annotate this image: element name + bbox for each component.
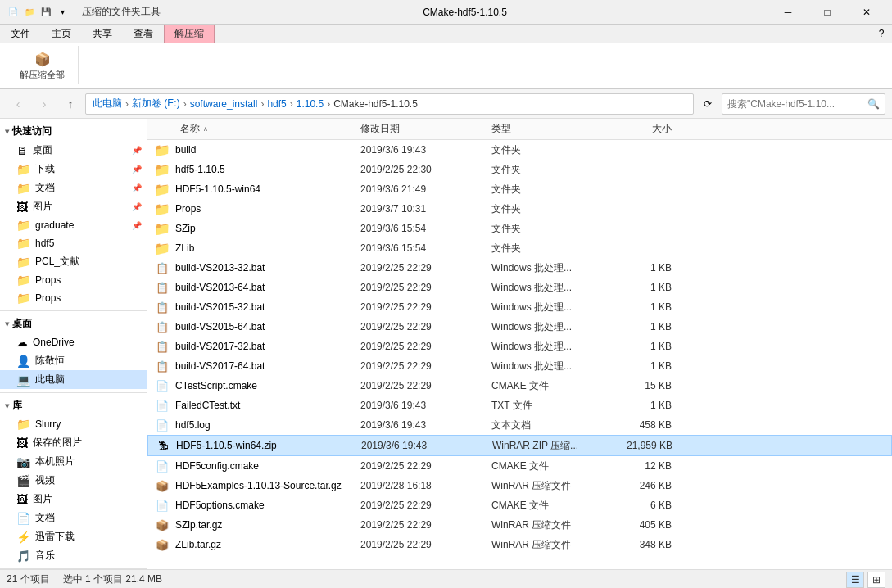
table-row[interactable]: 📁 ZLib 2019/3/6 15:54 文件夹 xyxy=(147,238,892,258)
sidebar-item-localphotos[interactable]: 📷 本机照片 xyxy=(0,452,147,471)
table-row[interactable]: 📋 build-VS2013-64.bat 2019/2/25 22:29 Wi… xyxy=(147,278,892,297)
table-row[interactable]: 📄 FailedCTest.txt 2019/3/6 19:43 TXT 文件 … xyxy=(147,396,892,415)
file-date-cell: 2019/2/25 22:29 xyxy=(360,539,491,550)
table-row[interactable]: 📄 CTestScript.cmake 2019/2/25 22:29 CMAK… xyxy=(147,376,892,396)
sidebar-item-props2[interactable]: 📁 Props xyxy=(0,289,147,307)
file-icon: 📋 xyxy=(154,338,170,355)
table-row[interactable]: 📋 build-VS2013-32.bat 2019/2/25 22:29 Wi… xyxy=(147,258,892,278)
table-row[interactable]: 📁 build 2019/3/6 19:43 文件夹 xyxy=(147,140,892,160)
table-row[interactable]: 📋 build-VS2017-32.bat 2019/2/25 22:29 Wi… xyxy=(147,337,892,356)
maximize-button[interactable]: □ xyxy=(808,0,846,25)
col-header-date[interactable]: 修改日期 xyxy=(360,122,491,136)
sidebar-item-xunlei[interactable]: ⚡ 迅雷下载 xyxy=(0,527,147,546)
sidebar-header-desktop[interactable]: ▾ 桌面 xyxy=(0,314,147,333)
table-row[interactable]: 📄 HDF5options.cmake 2019/2/25 22:29 CMAK… xyxy=(147,495,892,515)
sidebar-item-documents2[interactable]: 📄 文档 xyxy=(0,509,147,527)
file-name-cell: 📋 build-VS2015-32.bat xyxy=(147,299,360,315)
refresh-button[interactable]: ⟳ xyxy=(697,93,718,115)
up-button[interactable]: ↑ xyxy=(59,93,82,115)
file-type-cell: 文件夹 xyxy=(491,183,606,197)
file-type-cell: Windows 批处理... xyxy=(491,340,606,354)
sidebar-item-music[interactable]: 🎵 音乐 xyxy=(0,546,147,565)
search-box[interactable]: 🔍 xyxy=(722,93,885,115)
table-row[interactable]: 📦 HDF5Examples-1.10.13-Source.tar.gz 201… xyxy=(147,476,892,495)
dropdown-icon[interactable]: ▾ xyxy=(56,6,69,19)
file-icon: 📋 xyxy=(154,299,170,315)
col-header-size[interactable]: 大小 xyxy=(606,122,688,136)
sidebar-item-pictures2[interactable]: 🖼 图片 xyxy=(0,490,147,509)
file-size-cell: 1 KB xyxy=(606,341,688,352)
table-row[interactable]: 📦 SZip.tar.gz 2019/2/25 22:29 WinRAR 压缩文… xyxy=(147,515,892,535)
sidebar-item-slurry[interactable]: 📁 Slurry xyxy=(0,415,147,433)
file-date-cell: 2019/3/6 19:43 xyxy=(360,419,491,431)
sidebar-item-pictures[interactable]: 🖼 图片 📌 xyxy=(0,197,147,216)
file-icon: 📋 xyxy=(154,279,170,296)
col-header-name[interactable]: 名称 ∧ xyxy=(147,122,360,136)
sidebar-savedpics-label: 保存的图片 xyxy=(33,436,82,450)
file-icon: 📦 xyxy=(154,517,170,533)
sidebar-header-library[interactable]: ▾ 库 xyxy=(0,396,147,415)
table-row[interactable]: 🗜 HDF5-1.10.5-win64.zip 2019/3/6 19:43 W… xyxy=(147,435,892,456)
breadcrumb-version[interactable]: 1.10.5 xyxy=(297,98,324,110)
tab-decompress[interactable]: 解压缩 xyxy=(164,25,215,43)
sidebar-item-graduate[interactable]: 📁 graduate 📌 xyxy=(0,216,147,234)
table-row[interactable]: 📦 ZLib.tar.gz 2019/2/25 22:29 WinRAR 压缩文… xyxy=(147,535,892,554)
sidebar-desktop-section-label: 桌面 xyxy=(12,317,32,331)
table-row[interactable]: 📋 build-VS2015-64.bat 2019/2/25 22:29 Wi… xyxy=(147,317,892,337)
close-button[interactable]: ✕ xyxy=(848,0,885,25)
sidebar-header-quickaccess[interactable]: ▾ 快速访问 xyxy=(0,122,147,141)
sidebar-item-thispc[interactable]: 💻 此电脑 xyxy=(0,370,147,389)
col-header-type[interactable]: 类型 xyxy=(491,122,606,136)
tab-file[interactable]: 文件 xyxy=(0,25,41,43)
table-row[interactable]: 📋 build-VS2017-64.bat 2019/2/25 22:29 Wi… xyxy=(147,356,892,376)
breadcrumb-software[interactable]: software_install xyxy=(190,98,258,110)
decompress-all-button[interactable]: 📦 解压缩全部 xyxy=(13,46,71,84)
savedpics-icon: 🖼 xyxy=(16,436,28,450)
table-row[interactable]: 📋 build-VS2015-32.bat 2019/2/25 22:29 Wi… xyxy=(147,297,892,317)
pin-icon-pic: 📌 xyxy=(132,202,142,211)
sidebar-item-onedrive[interactable]: ☁ OneDrive xyxy=(0,333,147,351)
file-size-cell: 458 KB xyxy=(606,419,688,431)
table-row[interactable]: 📄 hdf5.log 2019/3/6 19:43 文本文档 458 KB xyxy=(147,415,892,435)
search-input[interactable] xyxy=(727,98,864,110)
sidebar-item-video[interactable]: 🎬 视频 xyxy=(0,471,147,490)
tab-home[interactable]: 主页 xyxy=(41,25,82,43)
tab-view[interactable]: 查看 xyxy=(123,25,164,43)
file-name-cell: 📋 build-VS2013-64.bat xyxy=(147,279,360,296)
forward-button[interactable]: › xyxy=(33,93,56,115)
sidebar-item-user[interactable]: 👤 陈敬恒 xyxy=(0,351,147,370)
view-large-button[interactable]: ⊞ xyxy=(867,572,885,588)
breadcrumb-pc[interactable]: 此电脑 xyxy=(93,97,122,111)
file-icon: 📄 xyxy=(154,458,170,474)
file-date-cell: 2019/2/25 22:29 xyxy=(360,301,491,313)
sidebar-item-desktop[interactable]: 🖥 桌面 📌 xyxy=(0,141,147,160)
table-row[interactable]: 📁 Props 2019/3/7 10:31 文件夹 xyxy=(147,199,892,219)
table-row[interactable]: 📁 hdf5-1.10.5 2019/2/25 22:30 文件夹 xyxy=(147,160,892,179)
desktop-icon: 🖥 xyxy=(16,144,28,157)
sidebar-item-documents[interactable]: 📁 文档 📌 xyxy=(0,179,147,197)
table-row[interactable]: 📁 SZip 2019/3/6 15:54 文件夹 xyxy=(147,219,892,238)
sidebar-item-hdf5[interactable]: 📁 hdf5 xyxy=(0,234,147,252)
sidebar-pictures2-label: 图片 xyxy=(33,492,52,506)
file-name: FailedCTest.txt xyxy=(175,400,240,411)
file-type-cell: 文件夹 xyxy=(491,143,606,157)
breadcrumb[interactable]: 此电脑 › 新加卷 (E:) › software_install › hdf5… xyxy=(85,93,694,115)
sidebar-item-downloads[interactable]: 📁 下载 📌 xyxy=(0,160,147,179)
table-row[interactable]: 📁 HDF5-1.10.5-win64 2019/3/6 21:49 文件夹 xyxy=(147,179,892,199)
file-icon: 📁 xyxy=(154,161,170,178)
chevron-down-icon-2: ▾ xyxy=(5,319,9,328)
minimize-button[interactable]: ─ xyxy=(769,0,807,25)
table-row[interactable]: 📄 HDF5config.cmake 2019/2/25 22:29 CMAKE… xyxy=(147,456,892,476)
sidebar-item-pcl[interactable]: 📁 PCL_文献 xyxy=(0,252,147,271)
tab-share[interactable]: 共享 xyxy=(82,25,123,43)
view-details-button[interactable]: ☰ xyxy=(846,572,864,588)
help-button[interactable]: ? xyxy=(871,25,892,43)
file-name-cell: 📋 build-VS2015-64.bat xyxy=(147,319,360,335)
sidebar-documents2-label: 文档 xyxy=(35,511,55,525)
breadcrumb-drive[interactable]: 新加卷 (E:) xyxy=(132,97,180,111)
sidebar-item-props1[interactable]: 📁 Props xyxy=(0,271,147,289)
file-type-cell: CMAKE 文件 xyxy=(491,499,606,513)
sidebar-item-savedpics[interactable]: 🖼 保存的图片 xyxy=(0,433,147,452)
breadcrumb-hdf5[interactable]: hdf5 xyxy=(267,98,286,110)
back-button[interactable]: ‹ xyxy=(7,93,29,115)
